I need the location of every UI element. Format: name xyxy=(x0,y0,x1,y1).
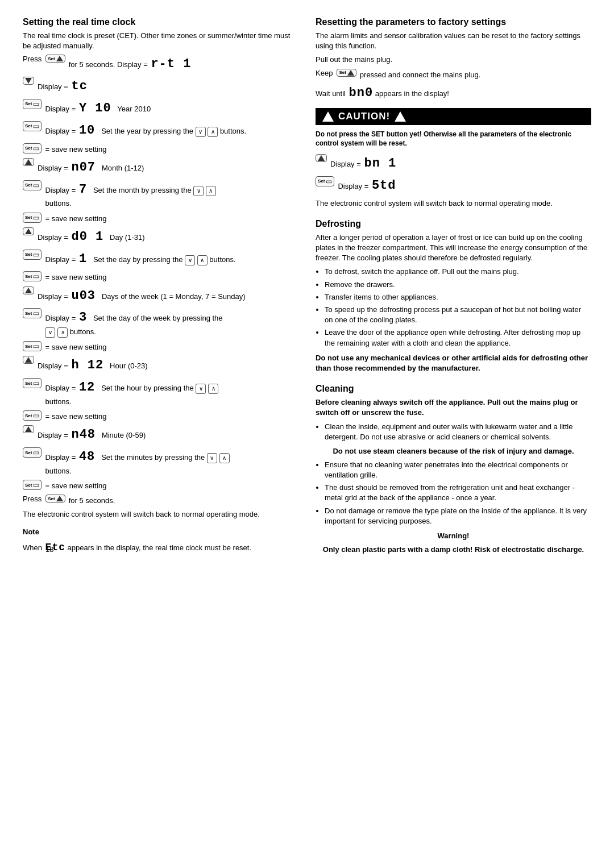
up-btn-16[interactable]: ∧ xyxy=(208,384,218,394)
clock-step-3-text: Display = Y 10 Year 2010 xyxy=(45,99,298,118)
up-btn-10[interactable]: ∧ xyxy=(197,255,208,265)
clock-step-8-text: = save new setting xyxy=(45,213,298,224)
cleaning-bullets-2: Ensure that no cleaning water penetrates… xyxy=(325,460,591,526)
clock-step-21: Press Set for 5 seconds. xyxy=(23,495,298,506)
caution-text: Do not press the SET button yet! Otherwi… xyxy=(316,130,591,149)
clock-step-15: Display = h 12 Hour (0-23) xyxy=(23,356,298,375)
defrost-bullet-5: Leave the door of the appliance open whi… xyxy=(325,327,591,348)
section-cleaning: Cleaning Before cleaning always switch o… xyxy=(316,384,591,555)
up-arrow-icon-9 xyxy=(23,227,34,235)
clock-step-10-text: Display = 1 Set the day by pressing the … xyxy=(45,250,298,268)
set-icon-20: Set ▭ xyxy=(23,480,42,490)
clock-step-11-text: = save new setting xyxy=(45,271,298,283)
reset-step3-text: Wait until bn0 appears in the display! xyxy=(316,84,591,102)
clock-step-20-text: = save new setting xyxy=(45,480,298,491)
note-text: When Etc appears in the display, the rea… xyxy=(23,541,298,555)
reset-intro: The alarm limits and sensor calibration … xyxy=(316,31,591,51)
up-btn-13[interactable]: ∧ xyxy=(57,327,68,338)
note-section: Note When Etc appears in the display, th… xyxy=(23,527,298,555)
clock-step-12: Display = u03 Days of the week (1 = Mond… xyxy=(23,286,298,305)
reset-step1: Pull out the mains plug. xyxy=(316,55,591,65)
set-icon-3: Set ▭ xyxy=(23,99,42,109)
down-btn-10[interactable]: ∨ xyxy=(185,255,195,265)
up-btn[interactable]: ∧ xyxy=(208,127,218,137)
section-defrosting: Defrosting After a longer period of oper… xyxy=(316,219,591,373)
clock-step-6: Display = n07 Month (1-12) xyxy=(23,158,298,177)
defrost-bullet-1: To defrost, switch the appliance off. Pu… xyxy=(325,267,591,277)
right-column: Resetting the parameters to factory sett… xyxy=(316,17,591,565)
clock-end-text: The electronic control system will switc… xyxy=(23,509,298,520)
keep-label: Keep xyxy=(316,69,333,77)
reset-title: Resetting the parameters to factory sett… xyxy=(316,17,591,27)
clock-step-2: Display = tc xyxy=(23,77,298,95)
clock-step-5-text: = save new setting xyxy=(45,143,298,155)
clock-step-2-text: Display = tc xyxy=(38,77,298,95)
cleaning-title: Cleaning xyxy=(316,384,591,394)
warning-block: Warning! Only clean plastic parts with a… xyxy=(316,531,591,555)
clock-step-16: Set ▭ Display = 12 Set the hour by press… xyxy=(23,378,298,407)
cleaning-bold-intro: Before cleaning always switch off the ap… xyxy=(316,398,578,417)
clock-step-3: Set ▭ Display = Y 10 Year 2010 xyxy=(23,99,298,118)
clock-step-7: Set ▭ Display = 7 Set the month by press… xyxy=(23,180,298,209)
clock-step-19-text: Display = 48 Set the minutes by pressing… xyxy=(45,447,298,476)
section-clock: Setting the real time clock The real tim… xyxy=(23,17,298,555)
caution-triangle-icon xyxy=(322,111,334,122)
set-icon-4: Set ▭ xyxy=(23,121,42,131)
up-arrow-icon-reset xyxy=(316,154,327,162)
clock-step-13-text: Display = 3 Set the day of the week by p… xyxy=(45,308,298,338)
reset-display-1-text: Display = bn 1 xyxy=(330,154,591,173)
cleaning-bullets-1: Clean the inside, equipment and outer wa… xyxy=(325,422,591,442)
cleaning-bullet-2: Ensure that no cleaning water penetrates… xyxy=(325,460,591,480)
reset-end-text: The electronic control system will switc… xyxy=(316,198,591,209)
defrost-bullet-3: Transfer items to other appliances. xyxy=(325,292,591,302)
clock-step-1: Press Set for 5 seconds. Display = r-t 1 xyxy=(23,55,298,73)
set-up-button-icon: Set xyxy=(45,55,65,63)
set-icon-5: Set ▭ xyxy=(23,143,42,153)
defrosting-title: Defrosting xyxy=(316,219,591,229)
section-reset: Resetting the parameters to factory sett… xyxy=(316,17,591,209)
note-title: Note xyxy=(23,528,39,536)
caution-triangle-icon-right xyxy=(395,111,406,122)
clock-step-18-text: Display = n48 Minute (0-59) xyxy=(38,425,298,444)
set-up-button-reset: Set xyxy=(337,69,356,77)
up-arrow-icon-18 xyxy=(23,425,34,433)
down-btn[interactable]: ∨ xyxy=(196,127,206,137)
down-btn-16[interactable]: ∨ xyxy=(196,384,206,394)
clock-step-14: Set ▭ = save new setting xyxy=(23,341,298,352)
set-icon-8: Set ▭ xyxy=(23,213,42,223)
clock-step-18: Display = n48 Minute (0-59) xyxy=(23,425,298,444)
set-icon-17: Set ▭ xyxy=(23,410,42,421)
clock-step-7-text: Display = 7 Set the month by pressing th… xyxy=(45,180,298,209)
clock-step-19: Set ▭ Display = 48 Set the minutes by pr… xyxy=(23,447,298,476)
caution-label: CAUTION! xyxy=(338,111,390,122)
clock-step-10: Set ▭ Display = 1 Set the day by pressin… xyxy=(23,250,298,268)
defrost-bullet-2: Remove the drawers. xyxy=(325,280,591,290)
clock-step-17: Set ▭ = save new setting xyxy=(23,410,298,422)
reset-display-2-text: Display = 5td xyxy=(338,176,591,195)
defrost-bold-text: Do not use any mechanical devices or oth… xyxy=(316,354,588,372)
press-label-2: Press xyxy=(23,495,42,503)
press-label: Press xyxy=(23,55,42,63)
set-icon-14: Set ▭ xyxy=(23,341,42,351)
clock-step-9-text: Display = d0 1 Day (1-31) xyxy=(38,227,298,246)
up-btn-19[interactable]: ∧ xyxy=(219,453,230,463)
set-icon-10: Set ▭ xyxy=(23,250,42,260)
clock-step-13: Set ▭ Display = 3 Set the day of the wee… xyxy=(23,308,298,338)
set-icon-7: Set ▭ xyxy=(23,180,42,190)
down-arrow-icon xyxy=(23,77,34,85)
clock-step-8: Set ▭ = save new setting xyxy=(23,213,298,224)
reset-step2: Keep Set pressed and connect the mains p… xyxy=(316,69,591,80)
up-arrow-icon-6 xyxy=(23,158,34,166)
up-arrow-icon-15 xyxy=(23,356,34,364)
down-btn-7[interactable]: ∨ xyxy=(193,186,204,196)
steam-warning-text: Do not use steam cleaners because of the… xyxy=(333,447,574,455)
down-btn-19[interactable]: ∨ xyxy=(207,453,217,463)
warning-title: Warning! xyxy=(438,531,470,540)
up-btn-7[interactable]: ∧ xyxy=(206,186,216,196)
steam-warning-block: Do not use steam cleaners because of the… xyxy=(316,447,591,455)
reset-display-2: Set ▭ Display = 5td xyxy=(316,176,591,195)
left-column: Setting the real time clock The real tim… xyxy=(23,17,298,565)
set-up-button-icon-2: Set xyxy=(45,495,65,502)
clock-step-4: Set ▭ Display = 10 Set the year by press… xyxy=(23,121,298,140)
down-btn-13[interactable]: ∨ xyxy=(45,327,55,338)
